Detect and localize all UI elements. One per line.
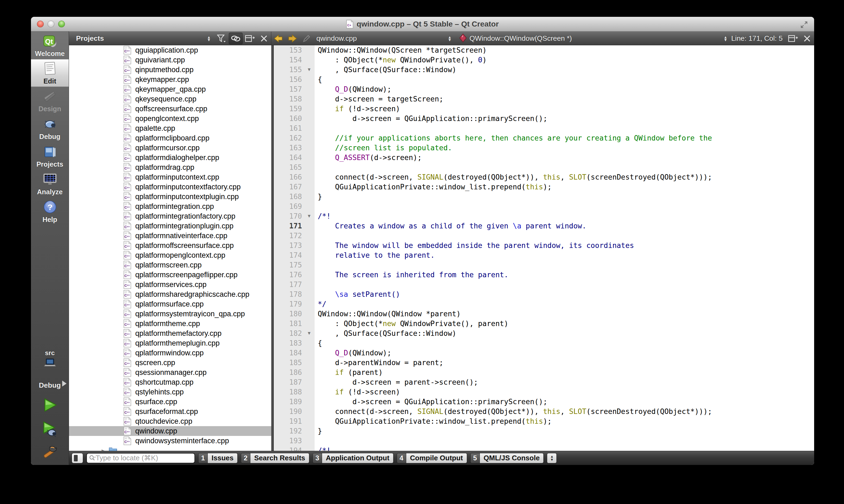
file-row[interactable]: C++qplatformintegrationfactory.cpp — [69, 211, 271, 221]
split-editor-icon[interactable] — [786, 33, 800, 44]
output-pane-arrows-button[interactable]: ▲▼ — [547, 453, 557, 463]
code-line[interactable]: 162 //if your applications aborts here, … — [274, 133, 814, 143]
code-line[interactable]: 185 d->parentWindow = parent; — [274, 358, 814, 367]
pane-title-dropdown[interactable]: Projects — [76, 34, 203, 42]
code-line[interactable]: 193 — [274, 436, 814, 446]
mode-projects[interactable]: Projects — [31, 142, 69, 170]
code-line[interactable]: 167 QGuiApplicationPrivate::window_list.… — [274, 182, 814, 192]
file-row[interactable]: C++qplatformcursor.cpp — [69, 143, 271, 153]
code-line[interactable]: 187 d->screen = parent->screen(); — [274, 377, 814, 387]
code-line[interactable]: 178 \sa setParent() — [274, 289, 814, 299]
code-line[interactable]: 166 connect(d->screen, SIGNAL(destroyed(… — [274, 172, 814, 182]
code-line[interactable]: 157 Q_D(QWindow); — [274, 84, 814, 94]
file-row[interactable]: C++qsurfaceformat.cpp — [69, 407, 271, 416]
code-line[interactable]: 168} — [274, 192, 814, 201]
code-line[interactable]: 164 Q_ASSERT(d->screen); — [274, 153, 814, 162]
file-row[interactable]: C++qplatformdialoghelper.cpp — [69, 153, 271, 162]
code-line[interactable]: 190 connect(d->screen, SIGNAL(destroyed(… — [274, 407, 814, 416]
code-line[interactable]: 176 The screen is inherited from the par… — [274, 270, 814, 280]
mode-edit[interactable]: Edit — [31, 59, 69, 87]
output-pane-button-qml-js-console[interactable]: 5QML/JS Console — [470, 453, 544, 463]
code-line[interactable]: 165 — [274, 162, 814, 172]
file-row[interactable]: C++qplatformclipboard.cpp — [69, 133, 271, 143]
file-row[interactable]: C++qscreen.cpp — [69, 358, 271, 367]
output-pane-button-issues[interactable]: 1Issues — [198, 453, 238, 463]
code-line[interactable]: 183{ — [274, 338, 814, 348]
file-row[interactable]: C++qkeysequence.cpp — [69, 94, 271, 104]
fold-marker-icon[interactable]: ▼ — [304, 328, 314, 338]
file-row[interactable]: C++qplatformdrag.cpp — [69, 162, 271, 172]
minimize-window-button[interactable] — [48, 21, 54, 28]
partial-folder-row[interactable]: ▶ — [69, 446, 271, 451]
back-icon[interactable] — [271, 33, 286, 44]
file-row[interactable]: C++qplatformintegrationplugin.cpp — [69, 221, 271, 231]
close-editor-icon[interactable] — [800, 33, 814, 44]
fold-marker-icon[interactable]: ▼ — [304, 65, 314, 75]
file-row[interactable]: C++qplatforminputcontextplugin.cpp — [69, 192, 271, 201]
file-row[interactable]: C++qguivariant.cpp — [69, 55, 271, 65]
code-line[interactable]: 153QWindow::QWindow(QScreen *targetScree… — [274, 45, 814, 55]
pane-select-arrows-icon[interactable]: ▲▼ — [207, 36, 211, 41]
file-row[interactable]: C++qwindowsysteminterface.cpp — [69, 436, 271, 446]
code-line[interactable]: 180QWindow::QWindow(QWindow *parent) — [274, 309, 814, 319]
file-row[interactable]: C++qplatformthemeplugin.cpp — [69, 338, 271, 348]
debug-run-button[interactable] — [41, 420, 59, 437]
close-pane-icon[interactable] — [257, 33, 271, 44]
locator-input[interactable] — [96, 454, 192, 462]
code-line[interactable]: 159 if (!d->screen) — [274, 104, 814, 114]
file-row[interactable]: C++qplatformintegration.cpp — [69, 201, 271, 211]
code-line[interactable]: 175 — [274, 260, 814, 270]
file-row[interactable]: C++qstylehints.cpp — [69, 387, 271, 397]
mode-help[interactable]: ? Help — [31, 197, 69, 225]
close-window-button[interactable] — [37, 21, 44, 28]
code-line[interactable]: 192} — [274, 426, 814, 436]
toggle-sidebar-button[interactable] — [72, 453, 83, 463]
file-row[interactable]: C++qinputmethod.cpp — [69, 65, 271, 75]
code-line[interactable]: 169 — [274, 201, 814, 211]
file-row[interactable]: C++qplatformthemefactory.cpp — [69, 328, 271, 338]
file-row[interactable]: C++qplatformsharedgraphicscache.cpp — [69, 289, 271, 299]
open-file-dropdown[interactable]: qwindow.cpp — [316, 34, 444, 42]
code-line[interactable]: 171 Creates a window as a child of the g… — [274, 221, 814, 231]
symbol-dropdown[interactable]: QWindow::QWindow(QScreen *) — [469, 34, 720, 42]
file-row[interactable]: C++qsessionmanager.cpp — [69, 367, 271, 377]
mode-welcome[interactable]: Qt Welcome — [31, 32, 69, 59]
kit-expander-icon[interactable] — [62, 381, 67, 386]
code-line[interactable]: 161 — [274, 123, 814, 133]
file-row[interactable]: C++qopenglcontext.cpp — [69, 114, 271, 123]
file-row[interactable]: C++qplatformsurface.cpp — [69, 299, 271, 309]
code-line[interactable]: 154 : QObject(*new QWindowPrivate(), 0) — [274, 55, 814, 65]
file-row[interactable]: C++qplatformservices.cpp — [69, 280, 271, 289]
sync-with-editor-icon[interactable] — [229, 33, 243, 44]
file-row[interactable]: C++qplatformtheme.cpp — [69, 319, 271, 328]
run-button[interactable] — [41, 397, 59, 413]
file-row[interactable]: C++qkeymapper_qpa.cpp — [69, 84, 271, 94]
code-line[interactable]: 179*/ — [274, 299, 814, 309]
file-row[interactable]: C++qplatformsystemtrayicon_qpa.cpp — [69, 309, 271, 319]
code-line[interactable]: 186 if (parent) — [274, 367, 814, 377]
code-line[interactable]: 194/*! — [274, 446, 814, 451]
split-pane-icon[interactable] — [243, 33, 257, 44]
file-row[interactable]: C++qguiapplication.cpp — [69, 45, 271, 55]
file-row[interactable]: C++qplatformoffscreensurface.cpp — [69, 240, 271, 250]
file-row[interactable]: C++qplatformnativeinterface.cpp — [69, 231, 271, 240]
file-row[interactable]: C++qplatformscreenpageflipper.cpp — [69, 270, 271, 280]
code-line[interactable]: 174 relative to the parent. — [274, 250, 814, 260]
file-row[interactable]: C++qshortcutmap.cpp — [69, 377, 271, 387]
file-row[interactable]: C++qplatforminputcontext.cpp — [69, 172, 271, 182]
code-line[interactable]: 158 d->screen = targetScreen; — [274, 94, 814, 104]
mode-debug[interactable]: Debug — [31, 114, 69, 142]
code-line[interactable]: 156{ — [274, 75, 814, 84]
code-line[interactable]: 163 //screen list is populated. — [274, 143, 814, 153]
code-line[interactable]: 181 : QObject(*new QWindowPrivate(), par… — [274, 319, 814, 328]
file-row[interactable]: C++qplatformscreen.cpp — [69, 260, 271, 270]
build-button[interactable] — [41, 444, 59, 461]
file-dropdown-arrows-icon[interactable]: ▲▼ — [448, 36, 452, 41]
locator[interactable] — [86, 453, 195, 463]
code-line[interactable]: 177 — [274, 280, 814, 289]
code-line[interactable]: 189 d->screen = QGuiApplication::primary… — [274, 397, 814, 407]
pane-splitter[interactable] — [271, 45, 274, 451]
code-line[interactable]: 155▼ , QSurface(QSurface::Window) — [274, 65, 814, 75]
code-line[interactable]: 172 — [274, 231, 814, 240]
file-row[interactable]: C++qplatforminputcontextfactory.cpp — [69, 182, 271, 192]
